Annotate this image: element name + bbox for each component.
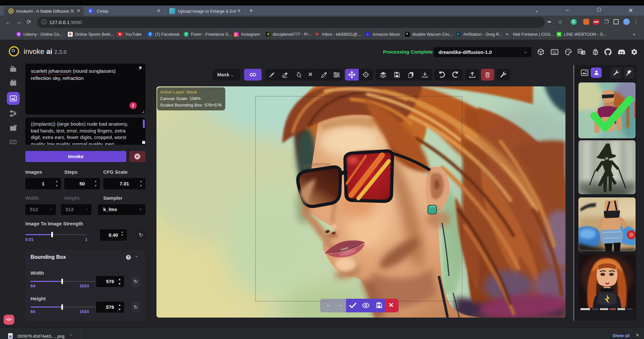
svg-text:A: A <box>579 50 581 53</box>
svg-text:A: A <box>11 65 13 68</box>
svg-text:文: 文 <box>582 51 585 55</box>
